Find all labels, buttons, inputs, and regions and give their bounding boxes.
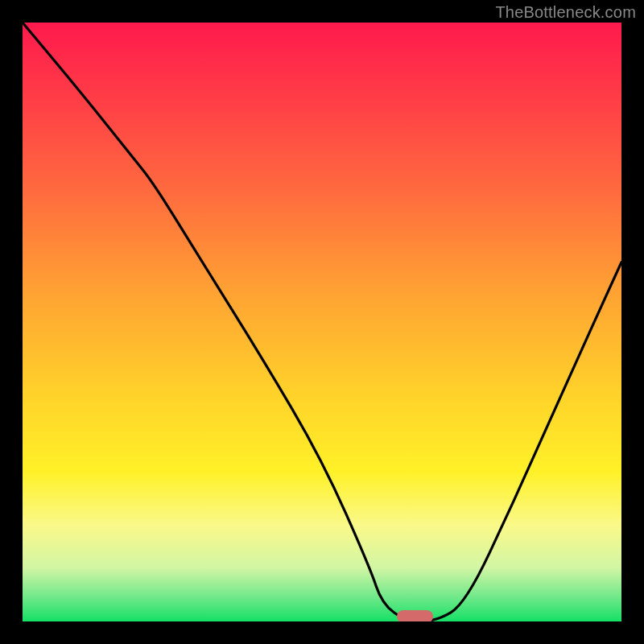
optimal-marker (397, 610, 433, 621)
chart-frame: TheBottleneck.com (0, 0, 644, 644)
plot-area (23, 23, 621, 621)
watermark-text: TheBottleneck.com (495, 3, 636, 22)
bottleneck-curve (23, 23, 621, 621)
